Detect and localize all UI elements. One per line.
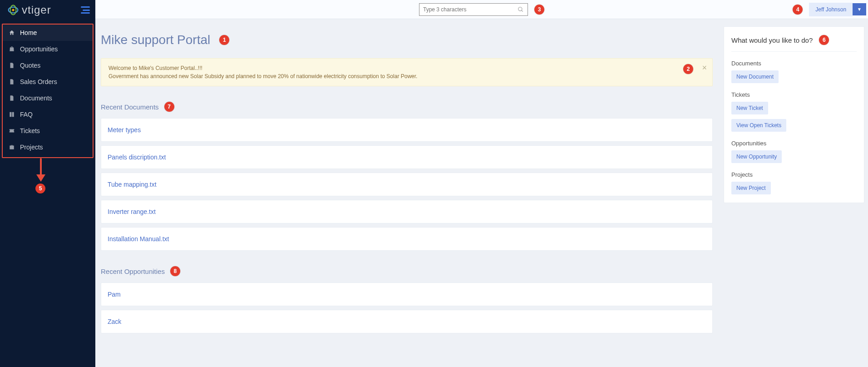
- search-icon: [518, 6, 524, 13]
- view-open-tickets-button[interactable]: View Open Tickets: [731, 119, 786, 132]
- action-group-label: Documents: [731, 60, 857, 67]
- alert-close-button[interactable]: ×: [702, 63, 707, 73]
- recent-documents-list: Meter typesPanels discription.txtTube ma…: [101, 118, 713, 251]
- briefcase-icon: [8, 144, 15, 151]
- annotation-arrow: 5: [0, 158, 95, 194]
- user-menu-caret[interactable]: ▼: [853, 3, 866, 15]
- annotation-badge-5: 5: [35, 184, 45, 193]
- svg-line-4: [522, 10, 523, 11]
- sidebar-header: vtiger: [0, 0, 95, 20]
- sidebar-nav: HomeOpportunitiesQuotesSales OrdersDocum…: [2, 24, 94, 158]
- brand-logo[interactable]: vtiger: [7, 4, 51, 16]
- list-item[interactable]: Tube mapping.txt: [101, 173, 713, 196]
- list-item[interactable]: Panels discription.txt: [101, 145, 713, 169]
- sidebar-item-label: FAQ: [20, 111, 33, 118]
- list-item[interactable]: Installation Manual.txt: [101, 227, 713, 251]
- sidebar-item-documents[interactable]: Documents: [3, 90, 93, 106]
- doc-icon: [8, 94, 15, 102]
- alert-text: Welcome to Mike's Customer Portal..!!! G…: [108, 64, 417, 80]
- sidebar-item-opportunities[interactable]: Opportunities: [3, 41, 93, 57]
- user-name-button[interactable]: Jeff Johnson: [809, 3, 853, 16]
- menu-toggle-icon[interactable]: [81, 6, 90, 14]
- annotation-badge-8: 8: [170, 266, 180, 276]
- document-link[interactable]: Tube mapping.txt: [108, 181, 157, 188]
- sidebar-item-tickets[interactable]: Tickets: [3, 123, 93, 139]
- svg-point-3: [518, 7, 522, 10]
- doc-icon: [8, 78, 15, 85]
- book-icon: [8, 111, 15, 118]
- sidebar: vtiger HomeOpportunitiesQuotesSales Orde…: [0, 0, 95, 367]
- sidebar-item-quotes[interactable]: Quotes: [3, 57, 93, 74]
- sidebar-item-home[interactable]: Home: [3, 25, 93, 41]
- list-item[interactable]: Inverter range.txt: [101, 200, 713, 223]
- recent-opportunities-list: PamZack: [101, 283, 713, 333]
- opportunity-link[interactable]: Pam: [108, 291, 121, 298]
- brand-name: vtiger: [22, 4, 51, 16]
- alert-line-2: Government has announced new Solar Subsi…: [108, 72, 417, 80]
- action-group-label: Tickets: [731, 91, 857, 98]
- list-item[interactable]: Meter types: [101, 118, 713, 142]
- new-opportunity-button[interactable]: New Opportunity: [731, 150, 782, 163]
- new-ticket-button[interactable]: New Ticket: [731, 102, 768, 114]
- sidebar-item-faq[interactable]: FAQ: [3, 106, 93, 123]
- search-wrap: 3: [419, 3, 544, 16]
- annotation-badge-1: 1: [219, 35, 229, 45]
- document-link[interactable]: Installation Manual.txt: [108, 235, 169, 243]
- document-link[interactable]: Inverter range.txt: [108, 208, 156, 215]
- new-document-button[interactable]: New Document: [731, 70, 779, 83]
- bag-icon: [8, 45, 15, 53]
- announcement-alert: Welcome to Mike's Customer Portal..!!! G…: [101, 58, 713, 86]
- doc-icon: [8, 62, 15, 69]
- annotation-badge-4: 4: [793, 5, 803, 15]
- document-link[interactable]: Panels discription.txt: [108, 154, 166, 161]
- action-group-label: Projects: [731, 171, 857, 178]
- sidebar-item-label: Sales Orders: [20, 78, 57, 85]
- recent-opportunities-title: Recent Opportunities 8: [101, 266, 713, 276]
- document-link[interactable]: Meter types: [108, 126, 141, 134]
- annotation-badge-6: 6: [819, 35, 829, 45]
- page-title-text: Mike support Portal: [101, 33, 210, 47]
- sidebar-item-label: Home: [20, 29, 37, 36]
- main: 3 4 Jeff Johnson ▼ Mike support Portal 1…: [95, 0, 868, 367]
- new-project-button[interactable]: New Project: [731, 182, 771, 194]
- opportunity-link[interactable]: Zack: [108, 318, 121, 325]
- actions-panel-title: What would you like to do? 6: [731, 35, 857, 52]
- sidebar-item-sales-orders[interactable]: Sales Orders: [3, 74, 93, 90]
- logo-mark-icon: [7, 4, 19, 16]
- annotation-badge-3: 3: [534, 5, 544, 15]
- recent-documents-title: Recent Documents 7: [101, 102, 713, 112]
- actions-panel: What would you like to do? 6 DocumentsNe…: [724, 26, 864, 203]
- svg-point-2: [12, 9, 14, 11]
- sidebar-item-label: Quotes: [20, 62, 40, 69]
- sidebar-item-label: Projects: [20, 144, 43, 151]
- sidebar-item-label: Documents: [20, 94, 52, 102]
- ticket-icon: [8, 127, 15, 134]
- user-menu[interactable]: Jeff Johnson ▼: [809, 3, 866, 16]
- annotation-badge-7: 7: [164, 102, 174, 112]
- action-group-label: Opportunities: [731, 140, 857, 147]
- user-area: 4 Jeff Johnson ▼: [793, 3, 866, 16]
- annotation-badge-2: 2: [683, 64, 693, 74]
- list-item[interactable]: Pam: [101, 283, 713, 306]
- topbar: 3 4 Jeff Johnson ▼: [95, 0, 868, 19]
- sidebar-item-projects[interactable]: Projects: [3, 139, 93, 155]
- sidebar-item-label: Opportunities: [20, 45, 58, 53]
- page-title: Mike support Portal 1: [101, 26, 713, 58]
- search-box[interactable]: [419, 3, 528, 16]
- sidebar-item-label: Tickets: [20, 127, 40, 134]
- home-icon: [8, 29, 15, 36]
- search-input[interactable]: [423, 6, 518, 13]
- alert-line-1: Welcome to Mike's Customer Portal..!!!: [108, 64, 417, 72]
- list-item[interactable]: Zack: [101, 310, 713, 333]
